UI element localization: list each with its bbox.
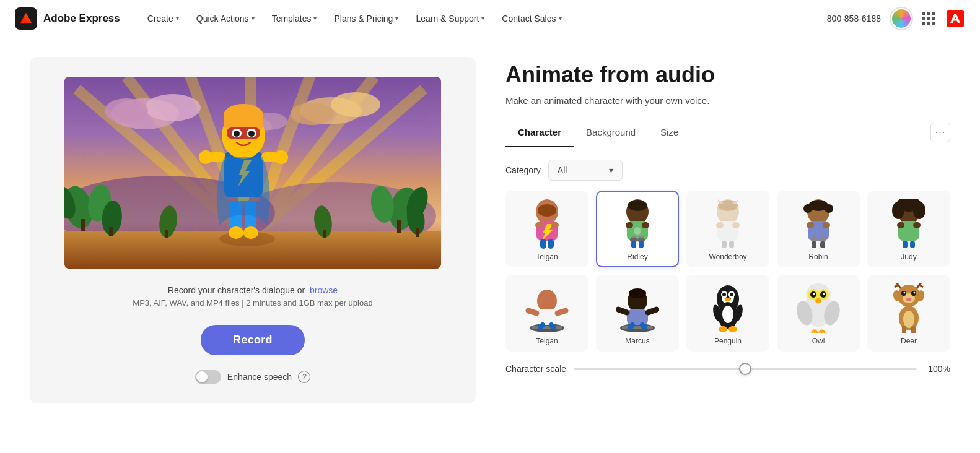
character-card-robin[interactable]: Robin [777,191,860,267]
svg-rect-105 [897,222,904,228]
svg-rect-107 [903,241,908,248]
svg-point-131 [722,293,726,296]
category-select[interactable]: All ▾ [548,160,623,181]
avatar[interactable] [891,8,912,29]
nav-actions [891,8,965,29]
character-card-marcus[interactable]: Marcus [596,275,679,352]
svg-point-150 [813,293,815,295]
nav-contact-sales[interactable]: Contact Sales ▾ [494,9,569,28]
character-name: Marcus [625,337,649,345]
category-row: Category All ▾ [505,160,950,181]
record-button[interactable]: Record [201,325,305,355]
svg-rect-64 [535,222,543,228]
svg-point-102 [892,202,904,219]
svg-rect-73 [642,222,649,228]
nav-learn-support[interactable]: Learn & Support ▾ [408,9,492,28]
character-name: Robin [808,252,828,261]
scale-slider[interactable] [574,368,917,370]
tab-background[interactable]: Background [574,118,648,147]
svg-rect-57 [165,230,168,238]
svg-point-25 [229,226,243,239]
svg-line-114 [558,311,566,313]
chevron-down-icon: ▾ [559,15,562,22]
character-grid: Teigan [505,191,950,352]
svg-rect-112 [536,309,558,325]
svg-line-123 [648,309,657,313]
character-preview [64,77,441,269]
svg-point-111 [537,290,557,312]
svg-point-175 [903,311,914,328]
chevron-down-icon: ▾ [252,15,255,22]
character-card-judy[interactable]: Judy [867,191,950,267]
nav-quick-actions[interactable]: Quick Actions ▾ [189,9,262,28]
enhance-speech-label: Enhance speech [227,372,292,382]
nav-plans-pricing[interactable]: Plans & Pricing ▾ [326,9,406,28]
svg-point-42 [234,131,240,137]
svg-rect-66 [540,239,546,249]
svg-point-170 [914,292,916,294]
svg-point-133 [725,298,731,301]
browse-link[interactable]: browse [310,285,338,295]
svg-line-161 [896,283,898,285]
svg-point-139 [728,326,737,332]
svg-rect-99 [820,241,825,248]
svg-rect-49 [109,227,113,236]
character-name: Teigan [536,337,558,345]
nav-create[interactable]: Create ▾ [140,9,186,28]
upload-subtext: MP3, AIF, WAV, and MP4 files | 2 minutes… [133,297,372,310]
chevron-down-icon: ▾ [395,15,398,22]
svg-rect-47 [81,219,85,231]
tab-character[interactable]: Character [505,118,574,147]
svg-point-43 [248,131,255,137]
apps-grid-icon[interactable] [919,9,938,28]
logo-icon [15,7,37,30]
svg-point-171 [906,298,911,301]
svg-rect-78 [631,241,636,248]
chevron-down-icon: ▾ [313,15,317,22]
svg-point-132 [730,293,733,296]
svg-rect-84 [732,222,740,228]
chevron-down-icon: ▾ [481,15,484,22]
svg-rect-95 [823,222,830,228]
toggle-knob [196,371,208,382]
character-card-teigan[interactable]: Teigan [505,191,588,267]
character-card-deer[interactable]: Deer [867,275,950,352]
nav-links: Create ▾ Quick Actions ▾ Templates ▾ Pla… [140,9,827,28]
svg-rect-94 [807,222,814,228]
svg-point-61 [538,204,556,217]
character-card-wonderboy[interactable]: Wonderboy [686,191,769,267]
svg-point-71 [634,227,641,235]
logo[interactable]: Adobe Express [15,7,120,30]
svg-point-33 [199,150,212,164]
character-scale-row: Character scale 100% [505,364,950,374]
category-label: Category [505,165,541,175]
right-panel: Animate from audio Make an animated char… [505,57,950,403]
svg-rect-65 [551,222,559,228]
phone-number: 800-858-6188 [827,14,881,24]
character-name: Wonderboy [709,252,746,261]
upload-instructions: Record your character's dialogue or brow… [133,283,372,310]
svg-rect-72 [626,222,633,228]
adobe-icon[interactable] [945,9,965,28]
character-card-teigan2[interactable]: Teigan [505,275,588,352]
svg-rect-67 [548,239,554,249]
nav-templates[interactable]: Templates ▾ [265,9,325,28]
svg-point-15 [105,98,148,123]
svg-rect-59 [323,230,326,238]
enhance-speech-toggle[interactable] [195,370,221,384]
tabs-more-button[interactable]: ··· [930,123,950,142]
svg-line-115 [540,325,543,328]
tabs: Character Background Size ··· [505,118,950,147]
enhance-speech-row: Enhance speech ? [195,370,310,384]
tab-size[interactable]: Size [648,118,691,147]
character-card-ridley[interactable]: Ridley [596,191,679,267]
svg-point-120 [629,288,646,298]
character-card-owl[interactable]: Owl [777,275,860,352]
svg-marker-1 [20,13,32,23]
svg-rect-118 [622,326,653,329]
svg-rect-110 [532,326,562,329]
help-icon[interactable]: ? [298,371,310,383]
chevron-down-icon: ▾ [176,15,179,22]
character-card-penguin[interactable]: Penguin [686,275,769,352]
svg-line-124 [630,325,632,328]
